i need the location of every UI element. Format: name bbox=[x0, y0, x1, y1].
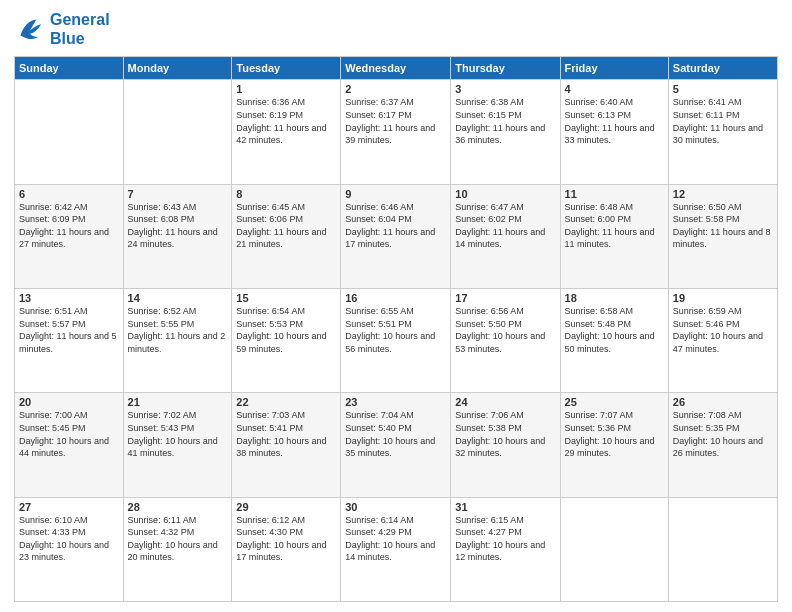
day-cell: 16Sunrise: 6:55 AMSunset: 5:51 PMDayligh… bbox=[341, 289, 451, 393]
day-info: Sunrise: 6:59 AMSunset: 5:46 PMDaylight:… bbox=[673, 305, 773, 355]
week-row-1: 1Sunrise: 6:36 AMSunset: 6:19 PMDaylight… bbox=[15, 80, 778, 184]
weekday-header-tuesday: Tuesday bbox=[232, 57, 341, 80]
calendar-page: General Blue SundayMondayTuesdayWednesda… bbox=[0, 0, 792, 612]
day-number: 15 bbox=[236, 292, 336, 304]
day-number: 25 bbox=[565, 396, 664, 408]
day-number: 31 bbox=[455, 501, 555, 513]
day-cell: 9Sunrise: 6:46 AMSunset: 6:04 PMDaylight… bbox=[341, 184, 451, 288]
day-number: 7 bbox=[128, 188, 228, 200]
day-number: 17 bbox=[455, 292, 555, 304]
day-info: Sunrise: 6:12 AMSunset: 4:30 PMDaylight:… bbox=[236, 514, 336, 564]
day-cell: 14Sunrise: 6:52 AMSunset: 5:55 PMDayligh… bbox=[123, 289, 232, 393]
day-cell: 29Sunrise: 6:12 AMSunset: 4:30 PMDayligh… bbox=[232, 497, 341, 601]
day-info: Sunrise: 7:03 AMSunset: 5:41 PMDaylight:… bbox=[236, 409, 336, 459]
header: General Blue bbox=[14, 10, 778, 48]
day-number: 18 bbox=[565, 292, 664, 304]
day-cell: 23Sunrise: 7:04 AMSunset: 5:40 PMDayligh… bbox=[341, 393, 451, 497]
day-number: 30 bbox=[345, 501, 446, 513]
day-cell: 7Sunrise: 6:43 AMSunset: 6:08 PMDaylight… bbox=[123, 184, 232, 288]
day-number: 5 bbox=[673, 83, 773, 95]
day-info: Sunrise: 6:46 AMSunset: 6:04 PMDaylight:… bbox=[345, 201, 446, 251]
day-cell: 12Sunrise: 6:50 AMSunset: 5:58 PMDayligh… bbox=[668, 184, 777, 288]
weekday-header-wednesday: Wednesday bbox=[341, 57, 451, 80]
day-cell: 22Sunrise: 7:03 AMSunset: 5:41 PMDayligh… bbox=[232, 393, 341, 497]
day-cell: 21Sunrise: 7:02 AMSunset: 5:43 PMDayligh… bbox=[123, 393, 232, 497]
day-number: 6 bbox=[19, 188, 119, 200]
weekday-header-friday: Friday bbox=[560, 57, 668, 80]
day-info: Sunrise: 6:43 AMSunset: 6:08 PMDaylight:… bbox=[128, 201, 228, 251]
day-info: Sunrise: 7:06 AMSunset: 5:38 PMDaylight:… bbox=[455, 409, 555, 459]
day-info: Sunrise: 7:00 AMSunset: 5:45 PMDaylight:… bbox=[19, 409, 119, 459]
day-number: 8 bbox=[236, 188, 336, 200]
day-number: 1 bbox=[236, 83, 336, 95]
day-number: 28 bbox=[128, 501, 228, 513]
day-cell bbox=[123, 80, 232, 184]
day-cell: 27Sunrise: 6:10 AMSunset: 4:33 PMDayligh… bbox=[15, 497, 124, 601]
weekday-header-sunday: Sunday bbox=[15, 57, 124, 80]
day-number: 23 bbox=[345, 396, 446, 408]
day-number: 26 bbox=[673, 396, 773, 408]
week-row-5: 27Sunrise: 6:10 AMSunset: 4:33 PMDayligh… bbox=[15, 497, 778, 601]
day-info: Sunrise: 6:42 AMSunset: 6:09 PMDaylight:… bbox=[19, 201, 119, 251]
day-info: Sunrise: 6:52 AMSunset: 5:55 PMDaylight:… bbox=[128, 305, 228, 355]
day-number: 2 bbox=[345, 83, 446, 95]
day-cell: 24Sunrise: 7:06 AMSunset: 5:38 PMDayligh… bbox=[451, 393, 560, 497]
day-info: Sunrise: 6:58 AMSunset: 5:48 PMDaylight:… bbox=[565, 305, 664, 355]
day-cell: 10Sunrise: 6:47 AMSunset: 6:02 PMDayligh… bbox=[451, 184, 560, 288]
day-info: Sunrise: 7:02 AMSunset: 5:43 PMDaylight:… bbox=[128, 409, 228, 459]
day-cell bbox=[15, 80, 124, 184]
day-cell: 6Sunrise: 6:42 AMSunset: 6:09 PMDaylight… bbox=[15, 184, 124, 288]
day-info: Sunrise: 6:50 AMSunset: 5:58 PMDaylight:… bbox=[673, 201, 773, 251]
day-cell: 5Sunrise: 6:41 AMSunset: 6:11 PMDaylight… bbox=[668, 80, 777, 184]
day-info: Sunrise: 6:36 AMSunset: 6:19 PMDaylight:… bbox=[236, 96, 336, 146]
day-info: Sunrise: 6:15 AMSunset: 4:27 PMDaylight:… bbox=[455, 514, 555, 564]
day-number: 9 bbox=[345, 188, 446, 200]
day-info: Sunrise: 6:48 AMSunset: 6:00 PMDaylight:… bbox=[565, 201, 664, 251]
day-info: Sunrise: 6:55 AMSunset: 5:51 PMDaylight:… bbox=[345, 305, 446, 355]
day-cell bbox=[560, 497, 668, 601]
day-cell: 3Sunrise: 6:38 AMSunset: 6:15 PMDaylight… bbox=[451, 80, 560, 184]
day-cell: 8Sunrise: 6:45 AMSunset: 6:06 PMDaylight… bbox=[232, 184, 341, 288]
day-number: 4 bbox=[565, 83, 664, 95]
day-number: 3 bbox=[455, 83, 555, 95]
day-cell: 18Sunrise: 6:58 AMSunset: 5:48 PMDayligh… bbox=[560, 289, 668, 393]
day-cell: 4Sunrise: 6:40 AMSunset: 6:13 PMDaylight… bbox=[560, 80, 668, 184]
day-info: Sunrise: 6:56 AMSunset: 5:50 PMDaylight:… bbox=[455, 305, 555, 355]
day-cell: 26Sunrise: 7:08 AMSunset: 5:35 PMDayligh… bbox=[668, 393, 777, 497]
logo-icon bbox=[14, 13, 46, 45]
day-info: Sunrise: 6:40 AMSunset: 6:13 PMDaylight:… bbox=[565, 96, 664, 146]
day-info: Sunrise: 6:38 AMSunset: 6:15 PMDaylight:… bbox=[455, 96, 555, 146]
day-info: Sunrise: 6:45 AMSunset: 6:06 PMDaylight:… bbox=[236, 201, 336, 251]
day-number: 21 bbox=[128, 396, 228, 408]
day-number: 29 bbox=[236, 501, 336, 513]
day-cell: 17Sunrise: 6:56 AMSunset: 5:50 PMDayligh… bbox=[451, 289, 560, 393]
day-cell bbox=[668, 497, 777, 601]
day-number: 14 bbox=[128, 292, 228, 304]
day-cell: 15Sunrise: 6:54 AMSunset: 5:53 PMDayligh… bbox=[232, 289, 341, 393]
day-number: 19 bbox=[673, 292, 773, 304]
weekday-header-thursday: Thursday bbox=[451, 57, 560, 80]
weekday-header-monday: Monday bbox=[123, 57, 232, 80]
day-number: 11 bbox=[565, 188, 664, 200]
day-number: 24 bbox=[455, 396, 555, 408]
week-row-3: 13Sunrise: 6:51 AMSunset: 5:57 PMDayligh… bbox=[15, 289, 778, 393]
day-info: Sunrise: 7:08 AMSunset: 5:35 PMDaylight:… bbox=[673, 409, 773, 459]
day-cell: 2Sunrise: 6:37 AMSunset: 6:17 PMDaylight… bbox=[341, 80, 451, 184]
week-row-4: 20Sunrise: 7:00 AMSunset: 5:45 PMDayligh… bbox=[15, 393, 778, 497]
day-info: Sunrise: 7:04 AMSunset: 5:40 PMDaylight:… bbox=[345, 409, 446, 459]
day-info: Sunrise: 6:47 AMSunset: 6:02 PMDaylight:… bbox=[455, 201, 555, 251]
day-info: Sunrise: 6:51 AMSunset: 5:57 PMDaylight:… bbox=[19, 305, 119, 355]
day-info: Sunrise: 6:14 AMSunset: 4:29 PMDaylight:… bbox=[345, 514, 446, 564]
day-info: Sunrise: 6:37 AMSunset: 6:17 PMDaylight:… bbox=[345, 96, 446, 146]
day-cell: 31Sunrise: 6:15 AMSunset: 4:27 PMDayligh… bbox=[451, 497, 560, 601]
day-cell: 11Sunrise: 6:48 AMSunset: 6:00 PMDayligh… bbox=[560, 184, 668, 288]
day-info: Sunrise: 6:41 AMSunset: 6:11 PMDaylight:… bbox=[673, 96, 773, 146]
logo-text: General Blue bbox=[50, 10, 110, 48]
day-number: 12 bbox=[673, 188, 773, 200]
day-cell: 30Sunrise: 6:14 AMSunset: 4:29 PMDayligh… bbox=[341, 497, 451, 601]
day-number: 10 bbox=[455, 188, 555, 200]
day-number: 16 bbox=[345, 292, 446, 304]
day-number: 20 bbox=[19, 396, 119, 408]
day-number: 13 bbox=[19, 292, 119, 304]
day-info: Sunrise: 6:54 AMSunset: 5:53 PMDaylight:… bbox=[236, 305, 336, 355]
